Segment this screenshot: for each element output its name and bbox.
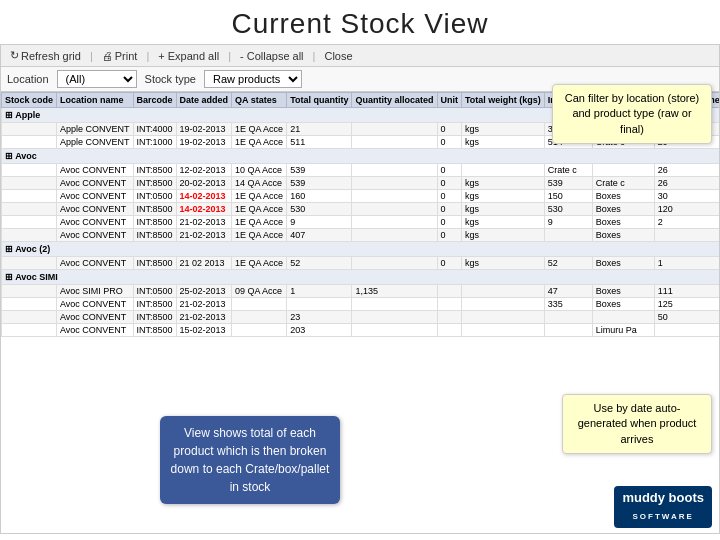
refresh-icon: ↻ xyxy=(10,49,19,62)
table-row: Avoc SIMI PROINT:050025-02-201309 QA Acc… xyxy=(2,285,721,298)
expand-all-button[interactable]: + Expand all xyxy=(155,49,222,63)
table-row: Avoc CONVENTINT:850020-02-201314 QA Acce… xyxy=(2,177,721,190)
tooltip-usebydate: Use by date auto-generated when product … xyxy=(562,394,712,454)
location-select[interactable]: (All) xyxy=(57,70,137,88)
col-barcode: Barcode xyxy=(133,93,176,108)
col-qastates: QA states xyxy=(232,93,287,108)
tooltip-filter: Can filter by location (store) and produ… xyxy=(552,84,712,144)
table-group-header: ⊞ Avoc (2) xyxy=(2,242,721,257)
print-button[interactable]: 🖨 Print xyxy=(99,49,141,63)
table-row: Avoc CONVENTINT:850012-02-201310 QA Acce… xyxy=(2,164,721,177)
stocktype-select[interactable]: Raw products xyxy=(204,70,302,88)
col-dateadded: Date added xyxy=(176,93,232,108)
table-row: Avoc CONVENTINT:850021-02-2013335Boxes12… xyxy=(2,298,721,311)
table-row: Avoc CONVENTINT:850021-02-20131E QA Acce… xyxy=(2,229,721,242)
logo-area: muddy boots SOFTWARE xyxy=(614,486,712,528)
location-label: Location xyxy=(7,73,49,85)
table-row: Avoc CONVENTINT:850015-02-2013203Limuru … xyxy=(2,324,721,337)
stocktype-label: Stock type xyxy=(145,73,196,85)
table-group-header: ⊞ Avoc xyxy=(2,149,721,164)
table-row: Avoc CONVENTINT:850021-02-20131E QA Acce… xyxy=(2,216,721,229)
col-unit: Unit xyxy=(437,93,462,108)
logo: muddy boots SOFTWARE xyxy=(614,486,712,528)
refresh-button[interactable]: ↻ Refresh grid xyxy=(7,48,84,63)
table-row: Avoc CONVENTINT:850014-02-20131E QA Acce… xyxy=(2,203,721,216)
print-icon: 🖨 xyxy=(102,50,113,62)
table-row: Avoc CONVENTINT:050014-02-20131E QA Acce… xyxy=(2,190,721,203)
table-row: Avoc CONVENTINT:850021 02 20131E QA Acce… xyxy=(2,257,721,270)
logo-line1: muddy boots xyxy=(622,490,704,505)
col-totalqty: Total quantity xyxy=(287,93,352,108)
col-locationname: Location name xyxy=(57,93,134,108)
table-row: Avoc CONVENTINT:850021-02-20132350 xyxy=(2,311,721,324)
logo-line2: SOFTWARE xyxy=(633,512,694,521)
stock-table-container: Stock code Location name Barcode Date ad… xyxy=(0,92,720,534)
col-totalweight: Total weight (kgs) xyxy=(462,93,545,108)
page-title: Current Stock View xyxy=(0,0,720,44)
table-group-header: ⊞ Avoc SIMI xyxy=(2,270,721,285)
toolbar: ↻ Refresh grid | 🖨 Print | + Expand all … xyxy=(0,44,720,67)
close-button[interactable]: Close xyxy=(321,49,355,63)
col-qtyalloc: Quantity allocated xyxy=(352,93,437,108)
tooltip-view: View shows total of each product which i… xyxy=(160,416,340,504)
col-stockcode: Stock code xyxy=(2,93,57,108)
collapse-all-button[interactable]: - Collapse all xyxy=(237,49,307,63)
